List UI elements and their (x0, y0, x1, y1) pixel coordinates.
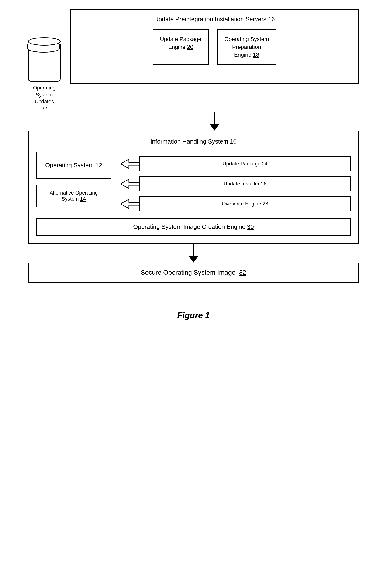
figure-label: Figure 1 (28, 311, 359, 334)
overwrite-engine-row: Overwrite Engine 28 (120, 196, 351, 211)
ihs-left: Operating System 12 Alternative Operatin… (36, 152, 111, 207)
diagram-container: OperatingSystemUpdates22 Update Preinteg… (0, 0, 387, 353)
ihs-inner: Operating System 12 Alternative Operatin… (36, 152, 351, 211)
ihs-num: 10 (230, 138, 237, 145)
overwrite-engine-box: Overwrite Engine 28 (139, 196, 351, 211)
update-package-row: Update Package 24 (120, 156, 351, 171)
svg-marker-1 (120, 179, 139, 189)
preintegration-box: Update Preintegration Installation Serve… (70, 9, 359, 84)
engines-row: Update PackageEngine 20 Operating System… (77, 29, 352, 64)
cylinder-num: 22 (42, 105, 47, 111)
os-prep-engine-box: Operating SystemPreparationEngine 18 (217, 29, 276, 64)
update-installer-box: Update Installer 26 (139, 176, 351, 191)
cylinder-label: OperatingSystemUpdates22 (33, 84, 56, 112)
os-box: Operating System 12 (36, 152, 111, 179)
arrow-to-overwrite-engine (120, 199, 139, 209)
arrow-to-update-installer (120, 179, 139, 189)
cylinder-icon (28, 37, 61, 82)
ihs-box: Information Handling System 10 Operating… (28, 131, 359, 244)
update-installer-row: Update Installer 26 (120, 176, 351, 191)
image-creation-box: Operating System Image Creation Engine 3… (36, 218, 351, 236)
cylinder-wrap: OperatingSystemUpdates22 (28, 37, 61, 112)
update-package-engine-num: 20 (187, 44, 193, 50)
alt-os-box: Alternative OperatingSystem 14 (36, 185, 111, 207)
preintegration-num: 16 (268, 16, 275, 22)
svg-marker-0 (120, 159, 139, 168)
os-prep-engine-num: 18 (253, 51, 259, 58)
arrow-ihs-to-secure (28, 244, 359, 263)
svg-marker-2 (120, 199, 139, 209)
preintegration-title: Update Preintegration Installation Serve… (77, 16, 352, 23)
arrow-to-update-package (120, 159, 139, 169)
top-section: OperatingSystemUpdates22 Update Preinteg… (28, 9, 359, 112)
arrow-preintegration-to-ihs (70, 112, 359, 131)
ihs-right: Update Package 24 Update Installer 26 (120, 156, 351, 211)
secure-image-box: Secure Operating System Image 32 (28, 263, 359, 283)
ihs-title: Information Handling System 10 (36, 138, 351, 145)
update-package-box: Update Package 24 (139, 156, 351, 171)
update-package-engine-box: Update PackageEngine 20 (153, 29, 208, 64)
